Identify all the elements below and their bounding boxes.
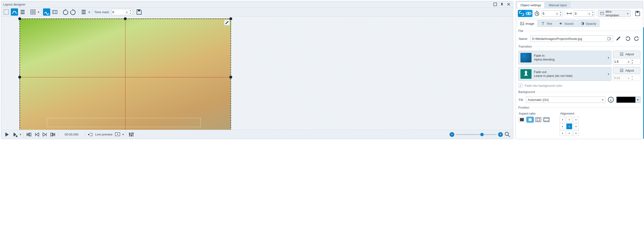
path-tool-button[interactable] — [11, 8, 18, 16]
fade-bg-checkbox[interactable]: ✓ — [518, 83, 522, 88]
frame-button[interactable] — [51, 8, 58, 16]
fade-in-duration[interactable]: s ▲▼ — [613, 58, 640, 65]
align-tc[interactable]: ▪ — [566, 117, 572, 123]
play-button[interactable] — [3, 131, 10, 138]
chevron-down-icon[interactable]: ▾ — [636, 97, 640, 103]
fill-label: Fill: — [518, 98, 524, 102]
stacking-button[interactable] — [80, 8, 87, 16]
mini-templates-select[interactable]: Mini-templates ▾ — [598, 10, 631, 17]
tab-image[interactable]: Image — [517, 20, 537, 27]
select-tool-button[interactable] — [3, 8, 10, 16]
link-icon[interactable] — [518, 10, 525, 17]
step-back-button[interactable] — [33, 131, 40, 138]
spin-up-icon[interactable]: ▲ — [591, 10, 594, 13]
spin-down-icon[interactable]: ▼ — [631, 61, 634, 64]
preview-window-button[interactable] — [114, 131, 121, 138]
spin-up-icon[interactable]: ▲ — [559, 10, 562, 13]
resize-handle[interactable] — [229, 17, 232, 20]
tab-sound[interactable]: Sound — [556, 20, 577, 27]
duration-field[interactable] — [542, 11, 555, 16]
caption-placeholder[interactable] — [47, 118, 201, 127]
rotate-right-button[interactable] — [70, 8, 77, 16]
name-input[interactable]: D:\Media\Images\Projects\Route.jpg — [530, 35, 613, 42]
rotate-cw-button[interactable] — [633, 35, 640, 42]
tab-text[interactable]: Text — [538, 20, 555, 27]
aspect-keep[interactable] — [518, 117, 526, 123]
time-mark-input[interactable]: s ▲▼ — [111, 9, 132, 15]
fill-select[interactable]: Automatic (On) ▾ — [526, 97, 605, 103]
resize-handle[interactable] — [18, 76, 21, 79]
layout-canvas[interactable] — [1, 16, 513, 130]
fill-info-button[interactable] — [607, 96, 614, 103]
time-mark-field[interactable] — [112, 10, 125, 14]
play-options-dropdown[interactable]: ▾ — [19, 133, 22, 136]
aspect-crop[interactable] — [526, 117, 534, 123]
resize-handle[interactable] — [124, 17, 127, 20]
aspect-stretch[interactable] — [543, 117, 550, 123]
resize-handle[interactable] — [229, 76, 232, 79]
align-bl[interactable]: ▪ — [560, 130, 566, 136]
align-br[interactable]: ▪ — [573, 130, 579, 136]
fade-in-field[interactable] — [613, 59, 627, 64]
rotate-left-button[interactable] — [62, 8, 69, 16]
zoom-slider[interactable] — [456, 134, 497, 135]
spin-up-icon[interactable]: ▲ — [129, 9, 132, 12]
templates-icon — [600, 11, 604, 16]
offset-field[interactable] — [574, 11, 587, 16]
offset-input[interactable]: s ▲▼ — [574, 10, 595, 16]
align-ml[interactable]: ▪ — [560, 123, 566, 129]
grid-button[interactable] — [29, 8, 36, 16]
svg-rect-15 — [636, 11, 638, 13]
grid-dropdown[interactable]: ▾ — [37, 10, 40, 14]
skip-end-button[interactable] — [50, 131, 57, 138]
stacking-dropdown[interactable]: ▾ — [88, 10, 91, 14]
zoom-fit-button[interactable] — [504, 131, 511, 138]
step-forward-button[interactable] — [41, 131, 48, 138]
tab-object-settings[interactable]: Object settings — [517, 2, 545, 8]
fade-in-adjust-button[interactable]: Adjust — [613, 51, 640, 57]
spin-down-icon[interactable]: ▼ — [591, 13, 594, 16]
close-icon[interactable] — [506, 2, 511, 7]
fade-out-adjust-button[interactable]: Adjust — [613, 67, 640, 74]
fade-out-select[interactable]: Fade out: Leave in place (do not hide) ▾ — [518, 67, 612, 81]
edit-file-button[interactable] — [615, 35, 622, 42]
save-settings-button[interactable] — [634, 10, 641, 17]
spin-up-icon[interactable]: ▲ — [631, 59, 634, 61]
play-from-button[interactable] — [11, 131, 18, 138]
vertical-guide — [125, 19, 126, 130]
svg-rect-0 — [494, 3, 497, 6]
zoom-in-button[interactable]: + — [498, 132, 503, 137]
maximize-icon[interactable] — [493, 2, 498, 7]
eye-icon[interactable] — [525, 10, 532, 17]
duration-input[interactable]: s ▲▼ — [541, 10, 562, 16]
align-mr[interactable]: ▪ — [573, 123, 579, 129]
align-center[interactable]: ▪ — [566, 123, 572, 129]
align-tl[interactable]: ▪ — [560, 117, 566, 123]
align-bc[interactable]: ▪ — [566, 130, 572, 136]
link-visibility-toggle[interactable] — [518, 10, 532, 17]
resize-handle[interactable] — [18, 17, 21, 20]
snap-button[interactable] — [43, 8, 50, 16]
tab-manual-input[interactable]: Manual input — [545, 2, 570, 8]
spin-down-icon[interactable]: ▼ — [559, 13, 562, 16]
preview-dropdown[interactable]: ▾ — [122, 133, 124, 136]
list-tool-button[interactable] — [19, 8, 26, 16]
alignment-grid[interactable]: ▪ ▪ ▪ ▪ ▪ ▪ ▪ ▪ ▪ — [560, 117, 579, 136]
tab-opacity[interactable]: Opacity — [577, 20, 600, 27]
zoom-out-button[interactable]: − — [450, 132, 454, 137]
edit-object-icon[interactable] — [224, 20, 230, 25]
spin-down-icon[interactable]: ▼ — [129, 12, 132, 15]
skip-start-button[interactable] — [25, 131, 32, 138]
zoom-slider-thumb[interactable] — [480, 133, 484, 136]
live-preview-icon[interactable] — [86, 131, 94, 138]
fade-out-duration[interactable]: s ▲▼ — [613, 75, 640, 81]
save-button[interactable] — [135, 8, 142, 16]
pin-icon[interactable] — [500, 2, 504, 7]
rotate-ccw-button[interactable] — [624, 35, 631, 42]
browse-file-icon[interactable] — [607, 36, 611, 41]
equalizer-button[interactable] — [128, 131, 135, 138]
aspect-fit[interactable] — [534, 117, 542, 123]
fade-in-select[interactable]: Fade in: Alpha blending ▾ — [518, 51, 612, 65]
align-tr[interactable]: ▪ — [573, 117, 579, 123]
bg-color-picker[interactable]: ▾ — [616, 97, 640, 103]
